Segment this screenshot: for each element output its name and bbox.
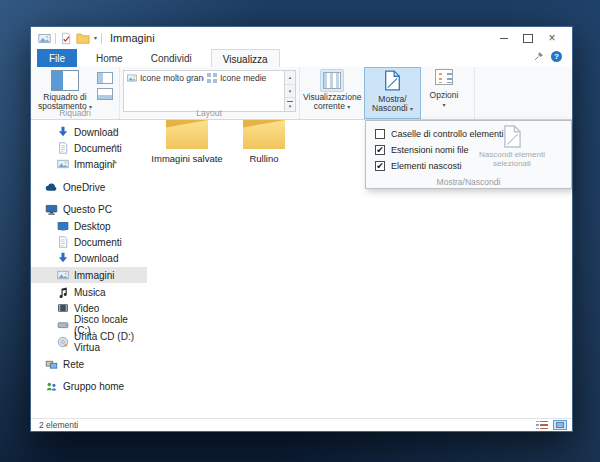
pin-icon[interactable] <box>109 159 118 170</box>
details-view-toggle[interactable] <box>536 420 550 430</box>
sidebar-item-download[interactable]: Download <box>31 250 147 266</box>
current-view-icon-highlight <box>320 69 344 92</box>
checkbox-checked[interactable]: ✔ <box>375 161 385 171</box>
large-icons-view-toggle[interactable] <box>553 420 567 430</box>
window-controls: × <box>492 27 564 49</box>
onedrive-icon <box>45 181 58 194</box>
file-name: Immagini salvate <box>151 153 223 164</box>
ribbon-group-riquadri: Riquadro di spostamento ▾ Riquadri <box>31 67 120 119</box>
properties-icon[interactable] <box>60 32 72 45</box>
sidebar-item-immagini[interactable]: Immagini <box>31 267 147 283</box>
sidebar-item-unita-cd[interactable]: Unità CD (D:) Virtua <box>31 334 147 350</box>
close-button[interactable]: × <box>540 29 564 47</box>
item-count: 2 elementi <box>39 420 78 430</box>
scroll-down-icon: ▾ <box>289 88 292 94</box>
titlebar: ▾ Immagini × <box>31 27 572 49</box>
sidebar-item-desktop[interactable]: Desktop <box>31 218 147 234</box>
sidebar-item-musica[interactable]: Musica <box>31 284 147 300</box>
computer-icon <box>45 203 58 216</box>
pin-icon[interactable] <box>109 127 118 138</box>
checkbox-label: Elementi nascosti <box>391 161 462 171</box>
desktop-icon <box>57 220 69 232</box>
sidebar-item-documenti[interactable]: Documenti <box>31 234 147 250</box>
show-hide-button[interactable]: Mostra/ Nascondi ▾ <box>364 67 421 119</box>
sidebar-item-gruppo-home[interactable]: Gruppo home <box>31 378 147 394</box>
cd-icon <box>57 336 69 348</box>
sidebar-item-immagini-quick[interactable]: Immagini <box>31 156 147 172</box>
checkbox-item-nascosti[interactable]: ✔ Elementi nascosti <box>375 159 462 173</box>
disk-icon <box>57 319 69 331</box>
file-item-immagini-salvate[interactable]: Immagini salvate <box>151 120 223 164</box>
sidebar-item-download-quick[interactable]: Download <box>31 124 147 140</box>
qat-customize-caret-icon[interactable]: ▾ <box>94 35 97 41</box>
maximize-button[interactable] <box>516 29 540 47</box>
maximize-icon <box>523 34 533 43</box>
folder-icon <box>241 120 287 151</box>
document-icon <box>57 142 69 154</box>
sidebar-item-rete[interactable]: Rete <box>31 356 147 372</box>
status-bar: 2 elementi <box>31 418 572 431</box>
gallery-more-icon <box>287 101 293 102</box>
minimize-button[interactable] <box>492 29 516 47</box>
file-item-rullino[interactable]: Rullino <box>228 120 300 164</box>
homegroup-icon <box>45 380 58 393</box>
checkbox-checked[interactable]: ✔ <box>375 145 385 155</box>
tab-condividi[interactable]: Condividi <box>140 49 203 67</box>
chevron-down-icon: ▾ <box>442 102 445 108</box>
gallery-scrollbar: ▴ ▾ ▾ <box>285 70 296 112</box>
scroll-up-icon: ▴ <box>289 74 292 80</box>
show-hide-dropdown-panel: Caselle di controllo elementi ✔ Estensio… <box>365 120 572 189</box>
close-icon: × <box>548 32 555 44</box>
pin-icon[interactable] <box>109 143 118 154</box>
preview-pane-button[interactable] <box>97 72 113 84</box>
gallery-scroll-up-button[interactable]: ▴ <box>285 71 295 85</box>
group-separator <box>474 67 475 119</box>
ribbon: Riquadro di spostamento ▾ Riquadri Icone… <box>31 67 572 120</box>
help-icon[interactable]: ? <box>551 51 562 62</box>
navigation-sidebar: Download Documenti Immagini OneDrive Que… <box>31 120 147 418</box>
gallery-scroll-down-button[interactable]: ▾ <box>285 85 295 99</box>
picture-icon <box>57 269 69 281</box>
video-icon <box>57 302 69 314</box>
navigation-pane-button[interactable]: Riquadro di spostamento ▾ <box>35 69 95 111</box>
quick-access-toolbar: ▾ Immagini <box>31 32 155 45</box>
thumbnail-icon <box>556 422 564 428</box>
new-folder-icon[interactable] <box>76 32 90 44</box>
columns-icon <box>323 72 341 89</box>
pin-ribbon-icon[interactable] <box>533 51 544 62</box>
network-icon <box>45 358 58 371</box>
group-label-riquadri: Riquadri <box>31 108 119 118</box>
hide-selected-button-disabled[interactable]: Nascondi elementi selezionati <box>467 125 557 168</box>
music-icon <box>57 286 69 298</box>
layout-item-icone-molto-grandi[interactable]: Icone molto grandi <box>124 71 204 84</box>
sidebar-item-questo-pc[interactable]: Questo PC <box>31 201 147 217</box>
details-pane-button[interactable] <box>97 88 113 100</box>
hide-selected-label-line2: selezionati <box>467 159 557 168</box>
divider <box>55 33 56 44</box>
medium-icons-icon <box>207 73 217 83</box>
navigation-pane-icon <box>51 70 79 91</box>
page-fold-icon <box>503 125 522 148</box>
options-button[interactable]: Opzioni ▾ <box>424 69 464 117</box>
app-icon <box>38 32 51 45</box>
picture-icon <box>57 158 69 170</box>
layout-item-icone-medie[interactable]: Icone medie <box>204 71 284 84</box>
minimize-icon <box>500 38 508 39</box>
tab-file[interactable]: File <box>37 49 77 67</box>
group-label-mostra-nascondi: Mostra/Nascondi <box>366 177 571 187</box>
tab-home[interactable]: Home <box>85 49 134 67</box>
current-view-button[interactable]: Visualizzazione corrente ▾ <box>303 69 361 117</box>
sidebar-item-documenti-quick[interactable]: Documenti <box>31 140 147 156</box>
page-fold-icon <box>384 70 401 91</box>
tab-visualizza[interactable]: Visualizza <box>211 49 280 68</box>
divider <box>101 33 102 44</box>
window-title: Immagini <box>110 32 155 44</box>
folder-icon <box>164 120 210 151</box>
checkbox-label: Estensioni nomi file <box>391 145 469 155</box>
ribbon-group-layout: Icone molto grandi Icone medie Elenco Ic… <box>119 67 300 119</box>
sidebar-item-onedrive[interactable]: OneDrive <box>31 179 147 195</box>
download-icon <box>57 252 69 264</box>
checkbox-item-estensioni[interactable]: ✔ Estensioni nomi file <box>375 143 469 157</box>
checkbox-unchecked[interactable] <box>375 129 385 139</box>
download-icon <box>57 126 69 138</box>
